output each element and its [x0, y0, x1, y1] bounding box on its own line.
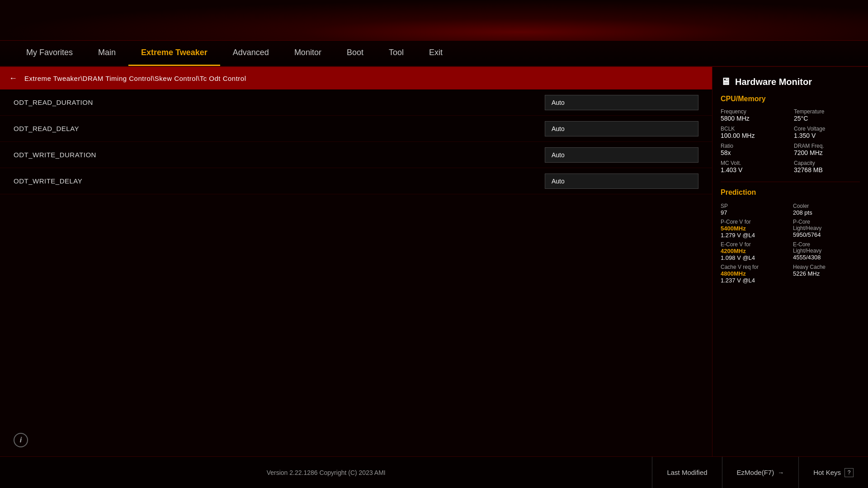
pred-ecore-lh: E-Core Light/Heavy 4555/4308 — [793, 241, 860, 261]
metric-capacity: Capacity 32768 MB — [794, 160, 860, 174]
metrics-grid: Frequency 5800 MHz Temperature 25°C BCLK… — [721, 108, 860, 174]
footer-actions: Last Modified EzMode(F7) → Hot Keys ? — [652, 457, 868, 488]
ez-mode-label: EzMode(F7) — [737, 469, 774, 476]
hw-monitor-title: 🖥 Hardware Monitor — [721, 76, 860, 88]
hot-keys-button[interactable]: Hot Keys ? — [798, 457, 868, 488]
hot-keys-help-icon: ? — [844, 468, 854, 477]
odt-write-delay-label: ODT_WRITE_DELAY — [14, 177, 545, 185]
last-modified-button[interactable]: Last Modified — [652, 457, 722, 488]
pred-sp: SP 97 — [721, 203, 788, 216]
info-icon[interactable]: i — [14, 433, 28, 447]
prediction-section: Prediction SP 97 Cooler 208 pts P-Core V… — [721, 188, 860, 284]
footer-version: Version 2.22.1286 Copyright (C) 2023 AMI — [0, 469, 652, 476]
breadcrumb: ← Extreme Tweaker\DRAM Timing Control\Sk… — [0, 67, 712, 89]
footer: Version 2.22.1286 Copyright (C) 2023 AMI… — [0, 456, 868, 488]
metric-frequency: Frequency 5800 MHz — [721, 108, 787, 122]
header: ROG UEFI BIOS Utility – Advanced Mode 05… — [0, 0, 868, 41]
breadcrumb-text: Extreme Tweaker\DRAM Timing Control\Skew… — [24, 75, 246, 82]
metric-core-voltage: Core Voltage 1.350 V — [794, 126, 860, 139]
metric-ratio: Ratio 58x — [721, 143, 787, 156]
odt-read-delay-value[interactable]: Auto — [545, 121, 698, 136]
setting-row-odt-read-delay[interactable]: ODT_READ_DELAY Auto — [0, 116, 712, 142]
nav-main[interactable]: Main — [85, 41, 128, 66]
odt-write-delay-value[interactable]: Auto — [545, 174, 698, 189]
hw-divider — [721, 182, 860, 182]
metric-mc-volt: MC Volt. 1.403 V — [721, 160, 787, 174]
nav-bar: My Favorites Main Extreme Tweaker Advanc… — [0, 41, 868, 67]
odt-read-duration-value[interactable]: Auto — [545, 95, 698, 110]
pred-heavy-cache: Heavy Cache 5226 MHz — [793, 264, 860, 284]
pred-pcore-lh: P-Core Light/Heavy 5950/5764 — [793, 219, 860, 239]
hot-keys-label: Hot Keys — [813, 469, 841, 476]
content-area: ← Extreme Tweaker\DRAM Timing Control\Sk… — [0, 67, 712, 456]
hw-sidebar: 🖥 Hardware Monitor CPU/Memory Frequency … — [712, 67, 868, 456]
nav-extreme-tweaker[interactable]: Extreme Tweaker — [128, 41, 220, 66]
cpu-memory-section-title: CPU/Memory — [721, 95, 860, 103]
prediction-grid: SP 97 Cooler 208 pts P-Core V for 5400MH… — [721, 203, 860, 284]
odt-read-duration-label: ODT_READ_DURATION — [14, 99, 545, 106]
main-layout: ← Extreme Tweaker\DRAM Timing Control\Sk… — [0, 67, 868, 456]
monitor-icon: 🖥 — [721, 76, 731, 88]
nav-advanced[interactable]: Advanced — [220, 41, 282, 66]
setting-row-odt-read-duration[interactable]: ODT_READ_DURATION Auto — [0, 89, 712, 116]
nav-boot[interactable]: Boot — [334, 41, 376, 66]
odt-write-duration-label: ODT_WRITE_DURATION — [14, 151, 545, 159]
pred-cooler: Cooler 208 pts — [793, 203, 860, 216]
nav-tool[interactable]: Tool — [376, 41, 416, 66]
last-modified-label: Last Modified — [667, 469, 707, 476]
prediction-title: Prediction — [721, 188, 860, 197]
setting-row-odt-write-duration[interactable]: ODT_WRITE_DURATION Auto — [0, 142, 712, 168]
metric-dram-freq: DRAM Freq. 7200 MHz — [794, 143, 860, 156]
pred-cache-v: Cache V req for 4800MHz 1.237 V @L4 — [721, 264, 788, 284]
ez-mode-arrow-icon: → — [778, 469, 784, 476]
odt-read-delay-label: ODT_READ_DELAY — [14, 125, 545, 132]
back-arrow-icon[interactable]: ← — [9, 74, 17, 83]
nav-my-favorites[interactable]: My Favorites — [14, 41, 85, 66]
setting-row-odt-write-delay[interactable]: ODT_WRITE_DELAY Auto — [0, 168, 712, 194]
nav-monitor[interactable]: Monitor — [282, 41, 334, 66]
nav-exit[interactable]: Exit — [416, 41, 455, 66]
pred-pcore-v: P-Core V for 5400MHz 1.279 V @L4 — [721, 219, 788, 239]
odt-write-duration-value[interactable]: Auto — [545, 147, 698, 163]
pred-ecore-v: E-Core V for 4200MHz 1.098 V @L4 — [721, 241, 788, 261]
ez-mode-button[interactable]: EzMode(F7) → — [722, 457, 799, 488]
info-area: i — [0, 424, 712, 456]
metric-bclk: BCLK 100.00 MHz — [721, 126, 787, 139]
metric-temperature: Temperature 25°C — [794, 108, 860, 122]
settings-list: ODT_READ_DURATION Auto ODT_READ_DELAY Au… — [0, 89, 712, 424]
